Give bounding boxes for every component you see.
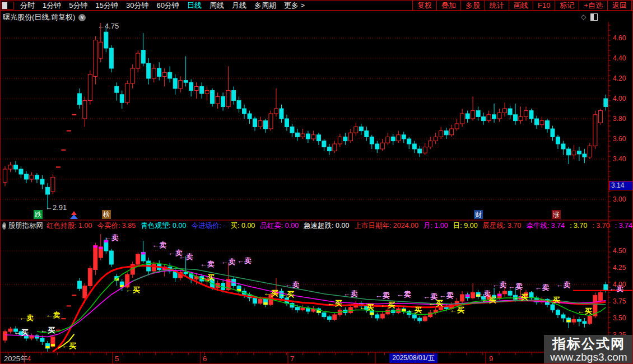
svg-text:7: 7 — [290, 354, 294, 363]
svg-text:3.40: 3.40 — [613, 155, 626, 163]
svg-text:6: 6 — [203, 354, 207, 363]
svg-text:4.00: 4.00 — [613, 281, 626, 288]
tdx-window: 分时 1分钟 5分钟 15分钟 30分钟 60分钟 日线 周线 月线 多周期 更… — [0, 0, 633, 364]
svg-text:3.80: 3.80 — [613, 115, 626, 123]
svg-text:4.40: 4.40 — [613, 54, 626, 62]
svg-text:4.00: 4.00 — [613, 95, 626, 102]
svg-text:3.60: 3.60 — [613, 135, 626, 143]
indicator-chart-plot[interactable] — [1, 231, 608, 352]
svg-text:4: 4 — [27, 354, 31, 363]
svg-text:3.50: 3.50 — [613, 314, 626, 322]
main-chart-plot[interactable] — [1, 22, 608, 220]
svg-text:4.25: 4.25 — [613, 264, 626, 272]
svg-text:9: 9 — [489, 354, 493, 363]
svg-text:4.50: 4.50 — [613, 247, 626, 255]
svg-text:5: 5 — [115, 354, 119, 363]
svg-text:3.75: 3.75 — [613, 297, 626, 305]
watermark-url: www.zbgs3.com — [550, 351, 627, 363]
watermark: 指标公式网 www.zbgs3.com — [544, 335, 633, 364]
watermark-site-name: 指标公式网 — [552, 337, 625, 351]
svg-text:3.00: 3.00 — [613, 195, 626, 203]
svg-text:4.60: 4.60 — [613, 34, 626, 42]
svg-text:4.20: 4.20 — [613, 74, 626, 82]
